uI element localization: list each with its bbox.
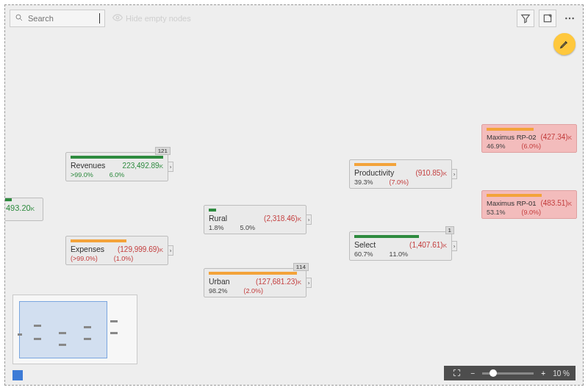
node-maximus-rp-02[interactable]: Maximus RP-02 (427.34)K 46.9% (6.0%) (481, 124, 577, 153)
stat-delta: (1.0%) (114, 255, 134, 262)
minimap[interactable] (12, 295, 137, 364)
node-value: (129,999.69) (118, 245, 159, 253)
bar-indicator (487, 194, 572, 197)
bar-indicator (71, 156, 163, 159)
zoom-out-button[interactable]: − (468, 369, 478, 378)
node-title: Maximus RP-02 (487, 133, 537, 141)
zoom-level-label: 10 % (553, 369, 570, 378)
stat-delta: 11.0% (390, 250, 409, 258)
node-unit: K (443, 170, 447, 177)
stat-share: 1.8% (209, 224, 224, 231)
stat-share: 53.1% (487, 209, 506, 216)
stat-share: 98.2% (209, 287, 228, 295)
expand-icon[interactable]: › (168, 162, 173, 172)
stat-delta: (6.0%) (522, 142, 542, 150)
node-title: Select (354, 240, 376, 249)
minimap-mark (59, 344, 66, 346)
stat-delta: (2.0%) (244, 287, 264, 295)
node-unit: K (568, 134, 572, 141)
node-title: Rural (209, 214, 227, 223)
minimap-mark (110, 320, 118, 322)
node-value: (427.34) (540, 133, 567, 141)
bar-indicator (209, 209, 301, 212)
node-select[interactable]: Select (1,407.61)K 60.7% 11.0% 1 › (349, 231, 452, 261)
minimap-viewport[interactable] (19, 301, 107, 358)
node-unit: K (159, 163, 163, 170)
bar-indicator (71, 239, 163, 242)
node-root[interactable]: 493.20K › (4, 198, 43, 221)
zoom-in-button[interactable]: + (538, 369, 548, 378)
node-title: Revenues (71, 161, 105, 170)
expand-icon[interactable]: › (451, 169, 457, 179)
expand-icon[interactable]: › (168, 245, 173, 256)
count-badge: 1 (445, 226, 454, 234)
stat-delta: (7.0%) (390, 178, 409, 186)
visual-frame: Hide empty nodes (4, 4, 584, 386)
count-badge: 121 (155, 147, 171, 155)
node-unit: K (443, 242, 447, 249)
zoom-slider-thumb[interactable] (490, 369, 497, 377)
bar-indicator (354, 163, 447, 166)
node-value: 223,492.89 (123, 162, 159, 170)
node-unit: K (568, 201, 572, 207)
node-rural[interactable]: Rural (2,318.46)K 1.8% 5.0% › (204, 205, 306, 234)
minimap-mark (59, 332, 66, 334)
node-productivity[interactable]: Productivity (910.85)K 39.3% (7.0%) › (349, 159, 452, 189)
stat-delta: 5.0% (240, 224, 256, 231)
expand-icon[interactable]: › (306, 214, 312, 225)
minimap-mark (34, 338, 41, 340)
node-title: Urban (209, 277, 230, 286)
node-unit: K (31, 206, 35, 212)
stat-share: 60.7% (354, 250, 373, 258)
table-view-icon[interactable] (12, 370, 23, 380)
minimap-mark (34, 325, 41, 327)
stat-share: 46.9% (487, 142, 506, 150)
bar-indicator (354, 235, 447, 238)
bar-indicator (487, 128, 572, 131)
node-value: 493.20 (6, 203, 31, 212)
bar-indicator (209, 272, 301, 275)
node-unit: K (298, 216, 301, 223)
node-urban[interactable]: Urban (127,681.23)K 98.2% (2.0%) 114 › (204, 268, 306, 297)
node-value: (2,318.46) (264, 214, 298, 223)
minimap-mark (84, 338, 91, 340)
expand-icon[interactable]: › (43, 204, 43, 214)
node-title: Expenses (71, 245, 104, 253)
node-value: (483.51) (540, 199, 567, 207)
stat-delta: (9.0%) (522, 209, 542, 216)
expand-icon[interactable]: › (451, 241, 457, 251)
minimap-mark (110, 332, 118, 334)
node-value: (910.85) (415, 169, 442, 177)
node-title: Productivity (354, 168, 394, 177)
node-maximus-rp-01[interactable]: Maximus RP-01 (483.51)K 53.1% (9.0%) (481, 190, 577, 219)
node-unit: K (159, 247, 163, 253)
node-revenues[interactable]: Revenues 223,492.89K >99.0% 6.0% 121 › (65, 152, 168, 181)
zoom-controls: − + 10 % (444, 366, 576, 380)
minimap-mark (84, 326, 91, 328)
minimap-mark (18, 333, 22, 336)
node-unit: K (298, 279, 301, 286)
zoom-slider[interactable] (482, 372, 534, 375)
expand-icon[interactable]: › (306, 278, 312, 288)
node-value: (127,681.23) (256, 278, 298, 286)
zoom-fit-button[interactable] (450, 369, 464, 378)
stat-delta: 6.0% (110, 171, 125, 178)
stat-share: >99.0% (71, 171, 93, 178)
node-title: Maximus RP-01 (487, 199, 537, 207)
node-expenses[interactable]: Expenses (129,999.69)K (>99.0%) (1.0%) › (65, 236, 168, 265)
node-value: (1,407.61) (409, 241, 443, 249)
connectors (5, 5, 226, 115)
stat-share: (>99.0%) (71, 255, 98, 262)
count-badge: 114 (293, 263, 309, 271)
stat-share: 39.3% (354, 178, 373, 186)
